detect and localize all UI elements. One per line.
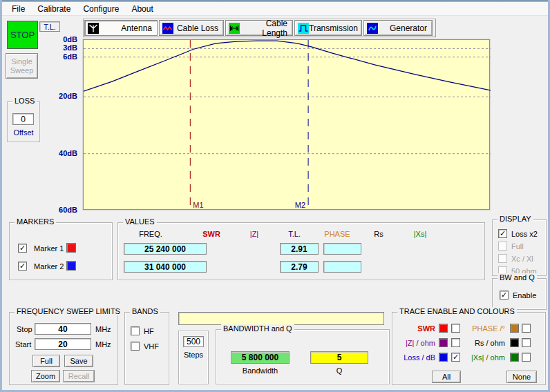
- trace-z-label: |Z| / ohm: [394, 339, 435, 347]
- trace-loss-swatch[interactable]: [439, 353, 448, 362]
- marker2-freq-value: 31 040 000: [124, 261, 207, 273]
- cable-loss-button-label: Cable Loss: [173, 23, 223, 33]
- db-scale-label: 60dB: [59, 206, 77, 214]
- frequency-sweep-title: FREQUENCY SWEEP LIMITS: [15, 307, 122, 315]
- start-frequency-input[interactable]: [35, 338, 91, 350]
- bandwidth-value: 5 800 000: [231, 351, 290, 364]
- full-display-checkbox[interactable]: [498, 242, 507, 251]
- hf-checkbox[interactable]: [131, 326, 140, 335]
- generator-icon: [367, 23, 378, 34]
- menu-about[interactable]: About: [125, 3, 159, 15]
- antenna-button[interactable]: Antenna: [84, 20, 158, 36]
- full-button[interactable]: Full: [32, 355, 60, 367]
- start-unit-label: MHz: [95, 340, 111, 349]
- sweep-chart[interactable]: M1M2: [83, 39, 490, 210]
- marker1-checkbox[interactable]: [18, 244, 27, 253]
- trace-loss-checkbox[interactable]: [451, 353, 460, 362]
- vhf-checkbox[interactable]: [131, 342, 140, 351]
- save-button[interactable]: Save: [64, 355, 93, 367]
- zoom-button[interactable]: Zoom: [31, 370, 60, 382]
- trace-z-checkbox[interactable]: [451, 338, 460, 347]
- trace-rs-swatch[interactable]: [510, 338, 519, 347]
- xc-xl-checkbox[interactable]: [498, 254, 507, 263]
- stop-frequency-input[interactable]: [35, 323, 91, 335]
- trace-loss-label: Loss / dB: [394, 353, 435, 362]
- bwq-enable-checkbox[interactable]: [500, 291, 509, 300]
- single-sweep-button[interactable]: Single Sweep: [6, 53, 38, 79]
- marker1-color-swatch[interactable]: [66, 243, 76, 253]
- no-traces-button[interactable]: None: [506, 371, 537, 383]
- loss-x2-label: Loss x2: [511, 230, 538, 238]
- bandwidth-group: BANDWIDTH and Q 5 800 000 Bandwidth 5 Q: [216, 329, 390, 384]
- recall-button[interactable]: Recall: [63, 370, 95, 382]
- steps-label: Steps: [179, 351, 208, 359]
- bandwidth-group-title: BANDWIDTH and Q: [221, 324, 294, 333]
- trace-z-swatch[interactable]: [439, 338, 448, 347]
- xc-xl-label: Xc / Xl: [511, 255, 533, 263]
- marker2-color-swatch[interactable]: [66, 261, 76, 271]
- marker1-label: Marker 1: [34, 244, 64, 253]
- trace-group-title: TRACE ENABLE AND COLOURS: [397, 307, 517, 315]
- stop-label: Stop: [17, 325, 32, 333]
- db-scale-label: 0dB: [63, 35, 77, 43]
- trace-rs-checkbox[interactable]: [522, 338, 531, 347]
- trace-swr-label: SWR: [394, 324, 435, 333]
- stop-button[interactable]: STOP: [7, 21, 38, 49]
- transmission-button[interactable]: Transmission: [294, 20, 362, 36]
- marker1-tl-value: 2.91: [280, 243, 319, 255]
- start-label: Start: [15, 340, 31, 349]
- trace-xs-checkbox[interactable]: [522, 353, 531, 362]
- svg-text:M1: M1: [193, 201, 203, 209]
- marker2-checkbox[interactable]: [18, 262, 27, 271]
- single-sweep-line1: Single: [11, 57, 32, 66]
- steps-input[interactable]: [183, 336, 204, 347]
- cable-length-button-label: Cable Length: [240, 19, 292, 38]
- sweep-progress-bar: [178, 312, 384, 325]
- trace-phase-label: PHASE /°: [460, 324, 505, 333]
- bw-and-q-group-title: BW and Q: [497, 273, 537, 282]
- trace-swr-swatch[interactable]: [439, 324, 448, 333]
- cable-loss-button[interactable]: Cable Loss: [159, 20, 224, 36]
- db-scale-label: 3dB: [63, 43, 77, 52]
- sweep-chart-plot: M1M2: [84, 40, 491, 210]
- trace-swr-checkbox[interactable]: [451, 324, 460, 333]
- loss-x2-checkbox[interactable]: [498, 229, 507, 238]
- cable-length-button[interactable]: Cable Length: [225, 20, 293, 36]
- single-sweep-line2: Sweep: [10, 66, 34, 75]
- marker2-label: Marker 2: [34, 262, 64, 271]
- menu-file[interactable]: File: [6, 3, 31, 15]
- loss-offset-input[interactable]: [12, 113, 34, 125]
- steps-box: Steps: [178, 331, 209, 384]
- trace-xs-swatch[interactable]: [510, 353, 519, 362]
- loss-group-title: LOSS: [12, 97, 37, 105]
- db-scale-label: 6dB: [63, 52, 77, 61]
- bwq-enable-label: Enable: [513, 291, 536, 300]
- bw-and-q-group: BW and Q Enable: [492, 278, 547, 310]
- trace-rs-label: Rs / ohm: [460, 339, 505, 347]
- values-group-title: VALUES: [123, 217, 157, 226]
- bands-group-title: BANDS: [130, 307, 160, 315]
- marker2-phase-value: [323, 261, 361, 273]
- menu-bar: File Calibrate Configure About: [2, 2, 548, 16]
- trace-phase-swatch[interactable]: [510, 324, 519, 333]
- bandwidth-label: Bandwidth: [231, 366, 290, 375]
- all-traces-button[interactable]: All: [432, 371, 461, 383]
- q-label: Q: [310, 366, 368, 375]
- values-group: VALUES FREQ. SWR |Z| T.L. PHASE Rs |Xs| …: [117, 222, 485, 280]
- vhf-label: VHF: [144, 342, 159, 351]
- trace-xs-label: |Xs| / ohm: [460, 353, 505, 362]
- marker2-tl-value: 2.79: [280, 261, 319, 273]
- menu-configure[interactable]: Configure: [77, 3, 125, 15]
- marker1-phase-value: [323, 243, 361, 255]
- display-group: DISPLAY Loss x2 Full Xc / Xl 50 ohm: [492, 219, 547, 276]
- generator-button[interactable]: Generator: [363, 20, 433, 36]
- db-scale: 0dB3dB6dB20dB40dB60dB: [40, 0, 77, 221]
- loss-offset-label: Offset: [8, 128, 39, 137]
- transmission-button-label: Transmission: [309, 23, 363, 33]
- marker1-freq-value: 25 240 000: [124, 243, 207, 255]
- display-group-title: DISPLAY: [497, 215, 533, 223]
- header-xs: |Xs|: [392, 230, 448, 238]
- db-scale-label: 40dB: [59, 149, 77, 157]
- markers-group: MARKERS Marker 1 Marker 2: [9, 222, 113, 280]
- trace-phase-checkbox[interactable]: [522, 324, 531, 333]
